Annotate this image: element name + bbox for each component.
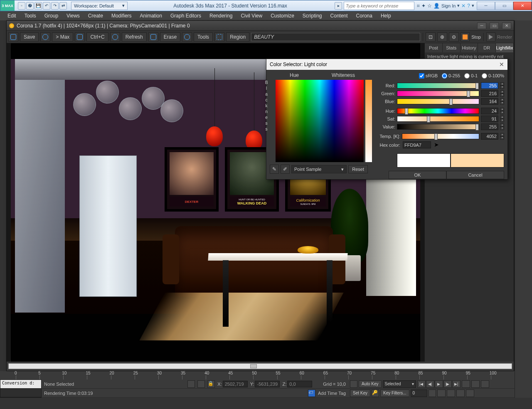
range-01-radio[interactable]: 0-1: [464, 73, 478, 79]
swatch-new[interactable]: [451, 153, 504, 168]
save-icon[interactable]: 💾: [34, 2, 42, 10]
stop-render-button[interactable]: [461, 32, 470, 42]
hue-value[interactable]: 24: [481, 108, 498, 114]
refresh-icon-button[interactable]: [110, 32, 120, 42]
copy-button[interactable]: Ctrl+C: [86, 32, 108, 42]
region-icon-button[interactable]: [214, 32, 224, 42]
command-panel-strip[interactable]: [515, 20, 532, 398]
copy-icon-button[interactable]: [75, 32, 85, 42]
tab-history[interactable]: History: [461, 43, 478, 52]
goto-start-icon[interactable]: |◀: [417, 380, 426, 388]
menu-scripting[interactable]: Scripting: [298, 12, 326, 20]
swatch-old[interactable]: [397, 153, 451, 168]
hue-picker[interactable]: [276, 80, 364, 162]
blue-value[interactable]: 164: [481, 98, 498, 105]
tab-post[interactable]: Post: [425, 43, 443, 52]
snap2-icon[interactable]: [197, 380, 205, 388]
menu-grapheditors[interactable]: Graph Editors: [166, 12, 205, 20]
sat-slider[interactable]: [397, 116, 479, 122]
save-icon-button[interactable]: [8, 32, 18, 42]
dialog-close-icon[interactable]: ✕: [499, 61, 504, 68]
workspace-dropdown[interactable]: Workspace: Default▾: [71, 2, 128, 10]
nav-icon-7[interactable]: [466, 389, 474, 397]
frame-input[interactable]: 0: [411, 389, 427, 397]
menu-edit[interactable]: Edit: [3, 12, 20, 20]
menu-rendering[interactable]: Rendering: [205, 12, 236, 20]
srgb-checkbox[interactable]: sRGB: [419, 73, 438, 79]
menu-modifiers[interactable]: Modifiers: [107, 12, 136, 20]
hex-input[interactable]: [403, 141, 431, 148]
keyfilters-button[interactable]: Key Filters...: [380, 389, 409, 397]
hue-slider[interactable]: [397, 108, 479, 114]
nav-icon-5[interactable]: [447, 389, 455, 397]
keymode-dropdown[interactable]: Selected▾: [383, 380, 416, 388]
corona-min-button[interactable]: ─: [477, 22, 486, 29]
minimize-button[interactable]: ─: [477, 2, 495, 10]
menu-tools[interactable]: Tools: [20, 12, 40, 20]
region-button[interactable]: Region: [226, 32, 249, 42]
key-icon[interactable]: [350, 380, 357, 388]
value-value[interactable]: 255: [481, 123, 498, 130]
new-icon[interactable]: ▫: [18, 2, 25, 10]
timetag-icon[interactable]: 🏷: [308, 389, 315, 397]
tab-lightmix[interactable]: LightMix: [496, 43, 514, 52]
tab-dr[interactable]: DR: [478, 43, 496, 52]
erase-button[interactable]: Erase: [160, 32, 180, 42]
link-icon[interactable]: ⇄: [59, 2, 67, 10]
zoom-out-icon[interactable]: ⊖: [449, 32, 459, 42]
range-0100-radio[interactable]: 0-100%: [482, 73, 504, 79]
tools-icon-button[interactable]: [182, 32, 192, 42]
apps-icon[interactable]: ⌗: [417, 3, 420, 9]
erase-icon-button[interactable]: [148, 32, 158, 42]
close-button[interactable]: ✕: [513, 2, 532, 10]
lock-icon[interactable]: 🔒: [207, 380, 215, 388]
menu-corona[interactable]: Corona: [352, 12, 377, 20]
temp-value[interactable]: 4052: [481, 133, 498, 140]
green-value[interactable]: 216: [481, 90, 498, 97]
star-icon[interactable]: ✦: [421, 3, 426, 9]
menu-create[interactable]: Create: [84, 12, 107, 20]
channel-dropdown[interactable]: BEAUTY: [251, 33, 420, 41]
tomax-button[interactable]: > Max: [52, 32, 73, 42]
range-0255-radio[interactable]: 0-255: [442, 73, 460, 79]
menu-civilview[interactable]: Civil View: [236, 12, 266, 20]
prev-frame-icon[interactable]: ◀|: [426, 380, 434, 388]
timeconfig-icon[interactable]: [429, 389, 436, 397]
red-value[interactable]: 255: [481, 82, 498, 89]
menu-help[interactable]: Help: [377, 12, 395, 20]
whiteness-slider[interactable]: [365, 80, 372, 162]
refresh-button[interactable]: Refresh: [122, 32, 147, 42]
script-output[interactable]: [0, 389, 41, 397]
undo-icon[interactable]: ↶: [43, 2, 50, 10]
zoom-in-icon[interactable]: ⊕: [437, 32, 447, 42]
nav-icon-3[interactable]: [481, 380, 489, 388]
menu-animation[interactable]: Animation: [136, 12, 166, 20]
value-slider[interactable]: [397, 124, 479, 130]
sat-value[interactable]: 91: [481, 116, 498, 122]
help-icon[interactable]: ?: [467, 3, 470, 9]
green-slider[interactable]: [397, 91, 479, 96]
corona-titlebar[interactable]: Corona 1.7 (hotfix 4) | 1024×768px (1:1)…: [7, 21, 514, 31]
nav-icon-6[interactable]: [456, 389, 465, 397]
start-render-button[interactable]: [486, 32, 495, 42]
maximize-button[interactable]: ▭: [495, 2, 513, 10]
h-scrollbar[interactable]: [8, 363, 512, 369]
menu-group[interactable]: Group: [40, 12, 62, 20]
timeline[interactable]: 0510152025303540455055606570758085909510…: [0, 371, 515, 379]
sample-mode-dropdown[interactable]: Point Sample▾: [291, 165, 347, 173]
goto-end-icon[interactable]: ▶|: [452, 380, 461, 388]
star2-icon[interactable]: ☆: [427, 3, 432, 9]
nav-icon-4[interactable]: [437, 389, 446, 397]
exchange-icon[interactable]: ✕: [461, 3, 466, 9]
red-slider[interactable]: [397, 83, 479, 89]
menu-content[interactable]: Content: [326, 12, 352, 20]
menu-customize[interactable]: Customize: [266, 12, 298, 20]
reset-button[interactable]: Reset: [348, 165, 368, 173]
menu-views[interactable]: Views: [62, 12, 84, 20]
corona-max-button[interactable]: ▭: [490, 22, 499, 29]
redo-icon[interactable]: ↷: [51, 2, 59, 10]
z-coord[interactable]: 0,0: [287, 381, 312, 387]
ok-button[interactable]: OK: [389, 171, 446, 179]
help-search-input[interactable]: [344, 2, 414, 10]
x-coord[interactable]: 2502,719: [223, 381, 248, 387]
